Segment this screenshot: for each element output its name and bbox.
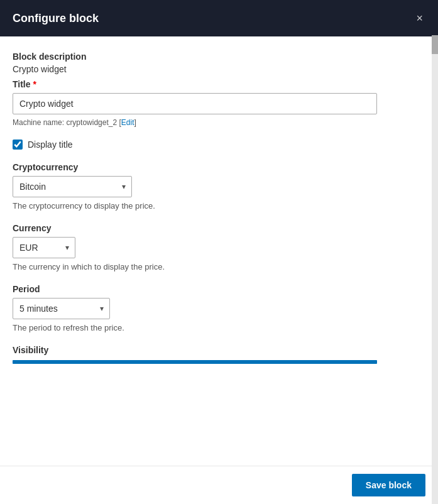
scrollbar-thumb[interactable] [432, 35, 438, 54]
cryptocurrency-group: Cryptocurrency Bitcoin Ethereum Litecoin… [13, 162, 425, 211]
block-description-group: Block description Crypto widget [13, 52, 425, 74]
period-label: Period [13, 284, 425, 294]
display-title-checkbox[interactable] [13, 140, 23, 150]
display-title-label[interactable]: Display title [28, 140, 73, 150]
title-label: Title * [13, 79, 425, 89]
cryptocurrency-select-wrapper: Bitcoin Ethereum Litecoin Ripple ▾ [13, 176, 132, 197]
period-select[interactable]: 5 minutes 10 minutes 30 minutes 1 hour [13, 298, 110, 319]
modal-title: Configure block [13, 12, 99, 25]
currency-select-wrapper: EUR USD GBP JPY ▾ [13, 237, 75, 258]
scrollbar-track [432, 35, 438, 504]
currency-group: Currency EUR USD GBP JPY ▾ The currency … [13, 223, 425, 271]
modal-body: Block description Crypto widget Title * … [0, 36, 438, 466]
period-select-wrapper: 5 minutes 10 minutes 30 minutes 1 hour ▾ [13, 298, 110, 319]
display-title-group: Display title [13, 140, 425, 150]
configure-block-modal: Configure block × Block description Cryp… [0, 0, 438, 504]
modal-header: Configure block × [0, 0, 438, 36]
block-description-value: Crypto widget [13, 64, 425, 74]
visibility-group: Visibility [13, 345, 425, 364]
close-button[interactable]: × [413, 10, 425, 26]
save-block-button[interactable]: Save block [352, 474, 425, 496]
period-hint: The period to refresh the price. [13, 323, 425, 332]
visibility-bar [13, 360, 377, 364]
required-indicator: * [33, 79, 36, 89]
currency-label: Currency [13, 223, 425, 233]
cryptocurrency-hint: The cryptocurrency to display the price. [13, 201, 425, 211]
currency-hint: The currency in which to display the pri… [13, 262, 425, 271]
visibility-label: Visibility [13, 345, 425, 355]
cryptocurrency-select[interactable]: Bitcoin Ethereum Litecoin Ripple [13, 176, 132, 197]
currency-select[interactable]: EUR USD GBP JPY [13, 237, 75, 258]
period-group: Period 5 minutes 10 minutes 30 minutes 1… [13, 284, 425, 332]
machine-name-edit-link[interactable]: Edit [121, 118, 134, 127]
title-input[interactable] [13, 93, 377, 114]
modal-footer: Save block [0, 466, 438, 504]
machine-name: Machine name: cryptowidget_2 [Edit] [13, 118, 425, 127]
title-field-group: Title * Machine name: cryptowidget_2 [Ed… [13, 79, 425, 127]
cryptocurrency-label: Cryptocurrency [13, 162, 425, 172]
block-description-label: Block description [13, 52, 425, 62]
